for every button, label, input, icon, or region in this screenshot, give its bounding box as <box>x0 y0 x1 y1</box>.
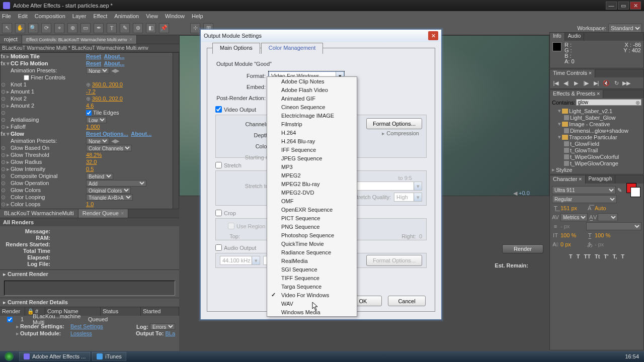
maximize-button[interactable]: ▭ <box>618 2 629 10</box>
eyedropper-icon[interactable]: ✎ <box>617 187 622 194</box>
tree-folder[interactable]: ▾Image - Creative <box>552 121 641 127</box>
format-option[interactable]: Cineon Sequence <box>267 103 357 111</box>
menu-window[interactable]: Window <box>165 13 185 19</box>
glow-based-select[interactable]: Color Channels <box>86 145 132 151</box>
effect-cc-flo-motion[interactable]: CC Flo Motion <box>11 60 86 66</box>
format-option[interactable]: Video For Windows <box>267 291 357 299</box>
camera-tool-icon[interactable]: ⌖ <box>54 23 64 33</box>
leading-value[interactable]: Auto <box>595 205 606 211</box>
mask-tool-icon[interactable]: ▭ <box>80 23 91 33</box>
knot2-value[interactable]: 360.0, 202.0 <box>92 96 123 102</box>
reset-link[interactable]: Reset <box>86 53 101 59</box>
project-tab[interactable]: roject <box>0 35 22 44</box>
reset-link[interactable]: Reset <box>86 60 101 66</box>
brush-tool-icon[interactable]: ✎ <box>120 23 130 33</box>
close-icon[interactable]: × <box>589 70 592 76</box>
dialog-close-button[interactable]: ✕ <box>428 31 438 40</box>
close-icon[interactable]: × <box>579 176 582 182</box>
glow-colors-select[interactable]: Original Colors <box>86 187 131 194</box>
tree-folder[interactable]: ▾Trapcode Particular <box>552 134 641 140</box>
prev-frame-icon[interactable]: ◀| <box>562 79 570 86</box>
stroke-value[interactable]: - px <box>560 223 585 229</box>
antialiasing-select[interactable]: Low <box>86 117 107 123</box>
close-icon[interactable]: × <box>129 36 132 42</box>
knot1-value[interactable]: 360.0, 200.0 <box>92 81 123 87</box>
font-style-select[interactable]: Regular <box>552 195 617 203</box>
info-tab[interactable]: Info <box>550 33 565 41</box>
render-queue-tab[interactable]: Render Queue× <box>78 209 129 218</box>
format-option[interactable]: Animated GIF <box>267 94 357 103</box>
close-icon[interactable]: × <box>121 210 124 216</box>
scrollbar[interactable] <box>173 53 179 209</box>
text-style-button[interactable]: T <box>569 253 573 259</box>
vscale-value[interactable]: 100 % <box>560 232 585 238</box>
format-option[interactable]: H.264 Blu-ray <box>267 137 357 145</box>
effect-motion-tile[interactable]: Motion Tile <box>11 53 86 59</box>
format-option[interactable]: MPEG2 Blu-ray <box>267 179 357 188</box>
format-options-button[interactable]: Format Options... <box>366 118 422 129</box>
effects-presets-tab[interactable]: Effects & Presets × <box>550 90 603 98</box>
menu-file[interactable]: File <box>2 13 11 19</box>
menu-view[interactable]: View <box>146 13 158 19</box>
video-output-checkbox[interactable] <box>215 106 222 113</box>
color-looping-select[interactable]: Triangle A>B>A <box>86 194 133 201</box>
render-enable-checkbox[interactable] <box>7 317 13 322</box>
tree-item[interactable]: t_GlowField <box>552 140 641 147</box>
eraser-tool-icon[interactable]: ◧ <box>146 23 156 33</box>
taskbar-item[interactable]: iTunes <box>92 352 126 361</box>
clone-tool-icon[interactable]: ⊛ <box>133 23 143 33</box>
render-settings-link[interactable]: Best Settings <box>70 323 103 329</box>
menu-composition[interactable]: Composition <box>35 13 65 19</box>
zoom-value[interactable]: ◀ +0.0 <box>513 190 530 197</box>
glow-intensity-value[interactable]: 0.5 <box>86 166 94 172</box>
text-style-button[interactable]: T <box>577 253 580 259</box>
amount2-value[interactable]: 4.6 <box>86 103 94 109</box>
falloff-value[interactable]: 1.000 <box>86 124 100 130</box>
amount1-value[interactable]: -7.2 <box>86 88 96 95</box>
next-frame-icon[interactable]: |▶ <box>582 79 590 86</box>
mute-icon[interactable]: 🔇 <box>602 79 610 86</box>
effect-controls-tab[interactable]: Effect Controls: BLacKouT Warmachine Mul… <box>22 35 137 44</box>
first-frame-icon[interactable]: |◀ <box>552 79 560 86</box>
menu-animation[interactable]: Animation <box>114 13 139 19</box>
minimize-button[interactable]: — <box>606 2 617 10</box>
format-option[interactable]: JPEG Sequence <box>267 154 357 162</box>
format-option[interactable]: TIFF Sequence <box>267 274 357 282</box>
format-option[interactable]: IFF Sequence <box>267 145 357 154</box>
dialog-titlebar[interactable]: Output Module Settings ✕ <box>201 30 441 42</box>
format-option[interactable]: QuickTime Movie <box>267 239 357 248</box>
character-tab[interactable]: Character × <box>550 175 586 184</box>
about-link[interactable]: About... <box>131 131 151 137</box>
stroke-style-select[interactable] <box>586 222 641 230</box>
render-item-row[interactable]: 1 BLacKou...machine Multi Queued <box>0 316 179 323</box>
tracking-select[interactable] <box>598 213 618 221</box>
format-option[interactable]: MPEG2 <box>267 171 357 179</box>
format-option[interactable]: Targa Sequence <box>267 282 357 291</box>
glow-threshold-value[interactable]: 48.2% <box>86 152 102 158</box>
selection-tool-icon[interactable]: ↖ <box>2 23 12 33</box>
crop-checkbox[interactable] <box>215 210 222 216</box>
rotate-tool-icon[interactable]: ⟳ <box>41 23 51 33</box>
glow-operation-select[interactable]: Add <box>86 180 146 187</box>
text-style-button[interactable]: T <box>621 253 624 259</box>
format-option[interactable]: Radiance Sequence <box>267 248 357 256</box>
workspace-select[interactable]: Standard <box>608 24 642 33</box>
color-loops-value[interactable]: 1.0 <box>86 201 94 207</box>
menu-help[interactable]: Help <box>192 13 203 19</box>
effect-glow[interactable]: Glow <box>11 131 86 137</box>
output-module-link[interactable]: Lossless <box>70 330 92 336</box>
tree-item[interactable]: Light_Saber_Glow <box>552 114 641 121</box>
axis-tool-icon[interactable]: ⊹ <box>190 23 200 33</box>
format-option[interactable]: Photoshop Sequence <box>267 231 357 239</box>
tree-item[interactable]: t_WipeGlowColorful <box>552 153 641 160</box>
audio-output-checkbox[interactable] <box>215 244 222 251</box>
pan-behind-tool-icon[interactable]: ⊕ <box>67 23 77 33</box>
anim-presets-select[interactable]: None <box>86 138 109 144</box>
text-style-button[interactable]: T' <box>604 253 608 259</box>
ram-preview-icon[interactable]: ▶▶ <box>622 79 630 86</box>
log-select[interactable]: Errors <box>150 323 175 330</box>
format-option[interactable]: Filmstrip <box>267 120 357 128</box>
main-options-tab[interactable]: Main Options <box>212 43 260 54</box>
tree-item[interactable]: Dimensi...glow+shadow <box>552 127 641 134</box>
cancel-button[interactable]: Cancel <box>388 296 426 306</box>
